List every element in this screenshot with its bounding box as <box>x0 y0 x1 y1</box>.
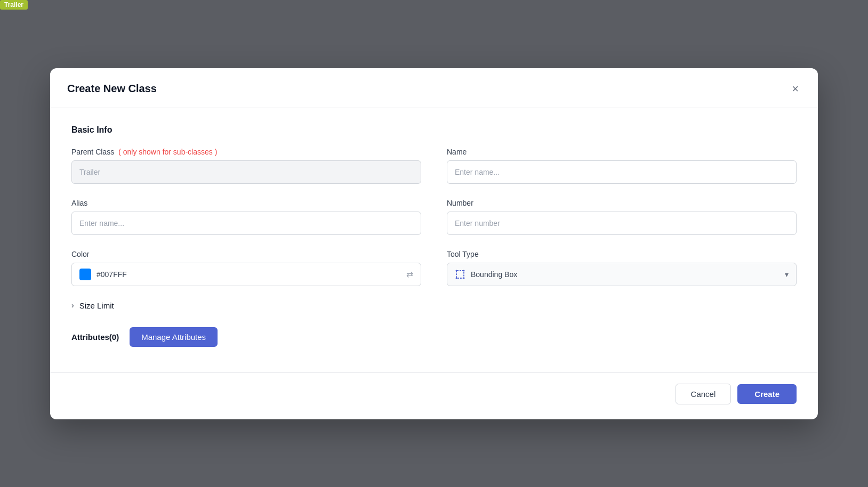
close-button[interactable]: × <box>790 81 801 97</box>
parent-class-input[interactable] <box>71 160 421 184</box>
svg-point-3 <box>456 277 457 279</box>
alias-group: Alias <box>71 199 421 235</box>
trailer-tag: Trailer <box>0 0 28 10</box>
alias-input[interactable] <box>71 212 421 235</box>
name-group: Name <box>447 148 797 184</box>
color-value: #007FFF <box>97 270 401 279</box>
alias-label: Alias <box>71 199 421 207</box>
color-label: Color <box>71 250 421 258</box>
manage-attributes-button[interactable]: Manage Attributes <box>130 327 218 347</box>
modal-footer: Cancel Create <box>50 372 818 419</box>
color-swatch <box>79 269 91 280</box>
number-input[interactable] <box>447 212 797 235</box>
modal-header: Create New Class × <box>50 68 818 108</box>
tool-type-group: Tool Type Bounding Box ▾ <box>447 250 797 286</box>
svg-point-2 <box>463 270 465 271</box>
svg-point-1 <box>456 270 457 271</box>
create-button[interactable]: Create <box>737 384 797 404</box>
number-group: Number <box>447 199 797 235</box>
tool-type-value: Bounding Box <box>471 270 779 279</box>
bounding-box-icon <box>455 269 465 280</box>
basic-info-title: Basic Info <box>71 125 797 135</box>
svg-point-4 <box>463 277 465 279</box>
parent-class-group: Parent Class ( only shown for sub-classe… <box>71 148 421 184</box>
size-limit-label: Size Limit <box>79 301 114 310</box>
chevron-down-icon: ▾ <box>785 270 789 279</box>
attributes-label: Attributes(0) <box>71 332 119 342</box>
form-row-2: Alias Number <box>71 199 797 235</box>
parent-class-label: Parent Class ( only shown for sub-classe… <box>71 148 421 156</box>
parent-class-note: ( only shown for sub-classes ) <box>118 148 217 156</box>
svg-rect-0 <box>456 271 464 278</box>
form-row-1: Parent Class ( only shown for sub-classe… <box>71 148 797 184</box>
name-label: Name <box>447 148 797 156</box>
chevron-right-icon: › <box>71 301 74 310</box>
create-new-class-modal: Create New Class × Basic Info Parent Cla… <box>50 68 818 419</box>
modal-title: Create New Class <box>67 83 157 95</box>
cancel-button[interactable]: Cancel <box>676 384 732 404</box>
tool-type-select[interactable]: Bounding Box ▾ <box>447 263 797 286</box>
form-row-3: Color #007FFF ⇄ Tool Type <box>71 250 797 286</box>
name-input[interactable] <box>447 160 797 184</box>
shuffle-icon[interactable]: ⇄ <box>406 269 413 279</box>
attributes-row: Attributes(0) Manage Attributes <box>71 327 797 347</box>
number-label: Number <box>447 199 797 207</box>
color-picker[interactable]: #007FFF ⇄ <box>71 263 421 286</box>
tool-type-label: Tool Type <box>447 250 797 258</box>
modal-body: Basic Info Parent Class ( only shown for… <box>50 108 818 372</box>
size-limit-row[interactable]: › Size Limit <box>71 301 797 310</box>
color-group: Color #007FFF ⇄ <box>71 250 421 286</box>
